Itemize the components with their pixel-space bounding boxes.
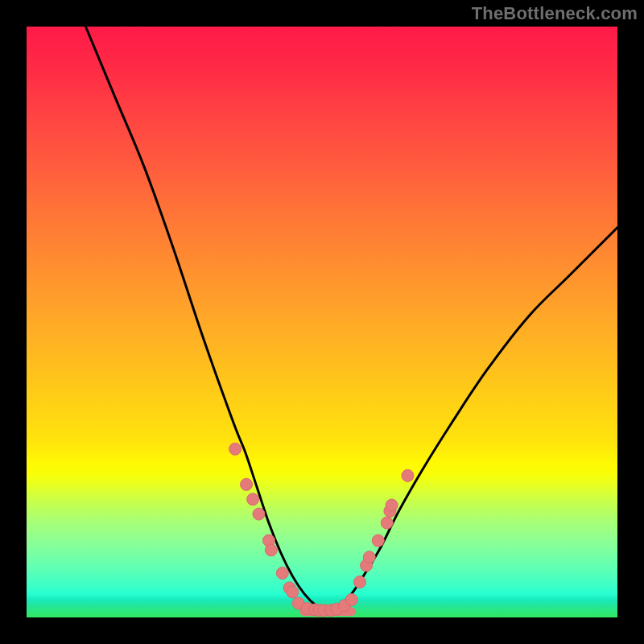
data-dot-left xyxy=(247,493,259,506)
data-dot-left xyxy=(287,586,299,598)
data-dot-right xyxy=(372,535,384,547)
curve-left-curve xyxy=(85,27,328,612)
data-dot-right xyxy=(381,517,393,529)
data-dot-left xyxy=(253,508,265,520)
plot-area xyxy=(27,27,617,617)
data-dot-left xyxy=(265,544,277,556)
data-dot-right xyxy=(386,499,398,511)
chart-frame: TheBottleneck.com xyxy=(0,0,644,644)
data-dot-right xyxy=(353,576,365,588)
data-dot-left xyxy=(276,567,288,579)
data-dot-floor xyxy=(345,593,357,605)
watermark-text: TheBottleneck.com xyxy=(472,3,638,24)
data-dot-left xyxy=(241,478,253,490)
data-dot-right xyxy=(363,551,375,564)
bottleneck-curve-svg xyxy=(27,27,617,617)
data-dot-left xyxy=(229,443,242,455)
data-dot-right xyxy=(402,469,414,481)
